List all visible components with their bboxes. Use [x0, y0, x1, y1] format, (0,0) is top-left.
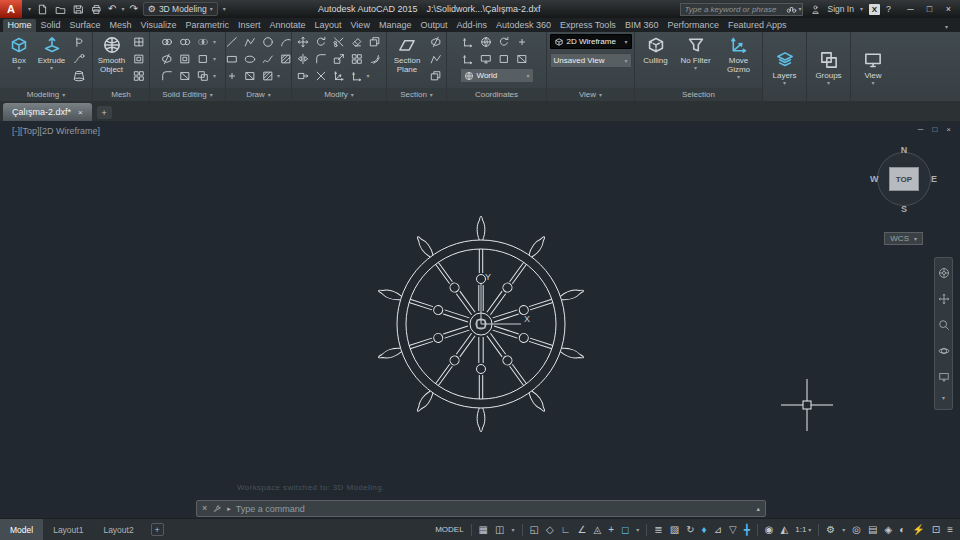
union-icon[interactable]	[159, 34, 176, 49]
sweep-icon[interactable]	[70, 51, 87, 66]
panel-label-solid-editing[interactable]: Solid Editing ▾	[150, 88, 225, 101]
full-navigation-wheel-icon[interactable]	[938, 265, 950, 283]
qat-overflow-icon[interactable]: ▾	[223, 6, 226, 12]
command-input[interactable]	[236, 504, 752, 514]
mesh-box-icon[interactable]	[130, 34, 147, 49]
workspace-gear-icon[interactable]: ⚙	[826, 525, 835, 535]
imprint-icon[interactable]	[195, 51, 212, 66]
new-drawing-button[interactable]	[36, 3, 49, 16]
panel-label-draw[interactable]: Draw ▾	[226, 88, 291, 101]
add-jog-icon[interactable]	[427, 51, 444, 66]
recent-commands-icon[interactable]: ▸	[227, 505, 231, 512]
shell-icon[interactable]	[177, 51, 194, 66]
app-menu-arrow-icon[interactable]: ▾	[28, 6, 31, 12]
panel-label-section[interactable]: Section ▾	[387, 88, 446, 101]
tab-layout[interactable]: Layout	[310, 19, 346, 32]
layers-panel-button[interactable]: Layers ▾	[765, 34, 804, 101]
open-button[interactable]	[54, 3, 67, 16]
drawing-area[interactable]: [-][Top][2D Wireframe] ─ □ ×	[0, 121, 960, 518]
dynamic-ucs-icon[interactable]: ⊿	[714, 525, 722, 535]
isometric-drafting-icon[interactable]: ◬	[593, 525, 601, 535]
lock-ui-icon[interactable]: ◈	[885, 525, 893, 535]
dynamic-input-icon[interactable]: ◇	[546, 525, 554, 535]
new-layout-button[interactable]: +	[151, 523, 164, 536]
visual-style-combo[interactable]: 2D Wireframe ▾	[550, 34, 632, 49]
ucs-object-icon[interactable]	[496, 51, 513, 66]
stretch-icon[interactable]	[295, 68, 312, 83]
layout-tab-model[interactable]: Model	[0, 519, 43, 540]
osnap-dropdown-icon[interactable]: ▾	[636, 527, 639, 533]
layout-tab-layout2[interactable]: Layout2	[93, 519, 143, 540]
viewport-controls-label[interactable]: [-][Top][2D Wireframe]	[12, 126, 100, 136]
tab-visualize[interactable]: Visualize	[136, 19, 181, 32]
draw-circle-icon[interactable]	[259, 34, 276, 49]
chevron-down-icon[interactable]: ▾	[367, 73, 370, 79]
workspace-dropdown-icon[interactable]: ▾	[842, 527, 845, 533]
ucs-previous-icon[interactable]	[496, 34, 513, 49]
snap-dropdown-icon[interactable]: ▾	[512, 527, 515, 533]
undo-button[interactable]: ↶	[108, 4, 116, 14]
move-icon[interactable]	[295, 34, 312, 49]
tab-output[interactable]: Output	[416, 19, 452, 32]
loft-icon[interactable]	[70, 68, 87, 83]
selection-cycling-icon[interactable]: ↻	[686, 525, 694, 535]
explode-icon[interactable]	[313, 68, 330, 83]
restore-button[interactable]: □	[920, 0, 939, 18]
doc-minimize-icon[interactable]: ─	[918, 125, 924, 134]
tab-featured-apps[interactable]: Featured Apps	[723, 19, 791, 32]
tab-surface[interactable]: Surface	[65, 19, 105, 32]
command-history-toggle-icon[interactable]: ▴	[756, 505, 760, 512]
search-dropdown-icon[interactable]: ▾	[798, 6, 801, 12]
pan-icon[interactable]	[938, 291, 950, 309]
taper-faces-icon[interactable]	[177, 68, 194, 83]
array-icon[interactable]	[349, 51, 366, 66]
grid-display-icon[interactable]: ▦	[479, 525, 488, 535]
chevron-down-icon[interactable]: ▾	[277, 73, 280, 79]
doc-close-icon[interactable]: ×	[946, 125, 951, 134]
filter-button[interactable]: No Filter ▾	[676, 34, 716, 88]
showmotion-icon[interactable]	[938, 369, 950, 387]
doc-restore-icon[interactable]: □	[932, 125, 937, 134]
command-close-icon[interactable]: ×	[202, 504, 207, 513]
erase-icon[interactable]	[349, 34, 366, 49]
smooth-object-button[interactable]: Smooth Object	[95, 34, 128, 88]
workspace-switcher[interactable]: ⚙ 3D Modeling ▾	[143, 2, 218, 16]
layout-tab-layout1[interactable]: Layout1	[43, 519, 93, 540]
gizmo-button[interactable]: Move Gizmo ▾	[718, 34, 760, 88]
navbar-menu-icon[interactable]: ▾	[942, 395, 945, 401]
copy-icon[interactable]	[367, 34, 384, 49]
separate-icon[interactable]	[195, 68, 212, 83]
panel-label-selection[interactable]: Selection	[635, 88, 762, 101]
viewcube-east-label[interactable]: E	[931, 174, 937, 184]
tab-performance[interactable]: Performance	[663, 19, 724, 32]
scale-icon[interactable]	[331, 51, 348, 66]
draw-line-icon[interactable]	[223, 34, 240, 49]
offset-icon[interactable]	[367, 51, 384, 66]
draw-gradient-icon[interactable]	[259, 68, 276, 83]
tab-express-tools[interactable]: Express Tools	[556, 19, 621, 32]
search-input[interactable]	[681, 5, 785, 14]
model-paper-toggle[interactable]: MODEL	[435, 525, 463, 534]
chevron-down-icon[interactable]: ▾	[213, 39, 216, 45]
zoom-icon[interactable]	[938, 317, 950, 335]
tab-bim360[interactable]: BIM 360	[620, 19, 663, 32]
section-plane-button[interactable]: Section Plane	[389, 34, 425, 88]
application-menu-button[interactable]: A	[0, 0, 22, 18]
viewcube-wcs-menu[interactable]: WCS ▾	[884, 232, 923, 245]
subtract-icon[interactable]	[177, 34, 194, 49]
selection-filter-icon[interactable]: ▽	[729, 525, 737, 535]
panel-label-view[interactable]: View ▾	[547, 88, 634, 101]
3d-osnap-icon[interactable]: ♦	[702, 525, 707, 535]
close-button[interactable]: ×	[939, 0, 958, 18]
tab-view[interactable]: View	[346, 19, 374, 32]
extrude-button[interactable]: Extrude ▾	[35, 34, 68, 88]
annotation-monitor-icon[interactable]: ◎	[852, 525, 861, 535]
groups-panel-button[interactable]: Groups ▾	[809, 34, 848, 101]
lineweight-icon[interactable]: ≣	[654, 525, 662, 535]
viewcube-north-label[interactable]: N	[901, 145, 908, 155]
file-tab-active[interactable]: Çalışma-2.dxf* ×	[3, 103, 92, 121]
panel-label-coordinates[interactable]: Coordinates	[447, 88, 546, 101]
ucs-z-axis-icon[interactable]	[460, 51, 477, 66]
tab-home[interactable]: Home	[3, 19, 36, 32]
tab-annotate[interactable]: Annotate	[265, 19, 310, 32]
